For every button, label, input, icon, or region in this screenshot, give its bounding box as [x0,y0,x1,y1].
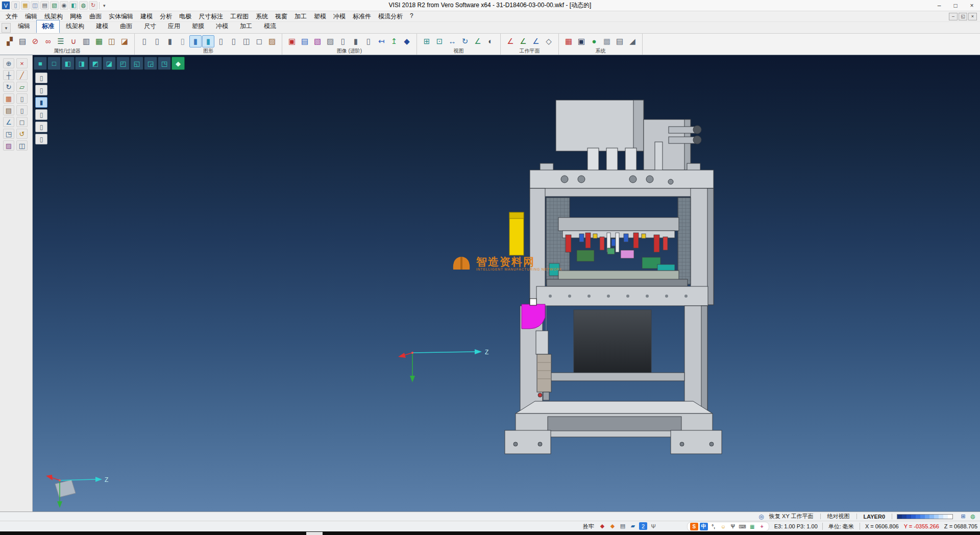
printer-icon[interactable]: ▤ [16,35,29,47]
palette-icon[interactable]: ▦ [3,93,14,104]
alert-icon[interactable]: ◆ [598,522,606,530]
clipboard-attr-1-icon[interactable]: ▯ [35,72,47,83]
color-table-icon[interactable]: ▦ [562,35,575,47]
list-icon[interactable]: ☰ [55,35,67,47]
wireframe-style-icon[interactable]: ▯ [138,35,151,47]
solid-cube-icon[interactable]: ◆ [401,35,413,47]
view-shaded-icon[interactable]: ■ [34,57,47,70]
point-grid-icon[interactable]: ▩ [601,35,613,47]
calculator-icon[interactable]: ▤ [614,35,626,47]
view-mode-status[interactable]: 绝对视图 [823,513,854,520]
hatch-icon[interactable]: ▨ [3,140,14,151]
tab-4[interactable]: 建模 [90,20,114,33]
shaded-style-icon[interactable]: ▮ [164,35,176,47]
render-palette-icon[interactable]: ▧ [311,35,324,47]
units-status[interactable]: 单位: 毫米 [825,523,857,530]
close-button[interactable]: × [964,0,980,11]
mask-icon[interactable]: ◫ [106,35,118,47]
pan-icon[interactable]: ↔ [446,35,458,47]
world-icon[interactable]: ◍ [79,1,88,10]
minimize-button[interactable]: – [931,0,947,11]
layer-status[interactable]: LAYER0 [860,514,889,520]
render-bar2-icon[interactable]: ▮ [350,35,362,47]
eraser-icon[interactable]: ◪ [118,35,131,47]
view-iso-icon[interactable]: ◩ [89,57,102,70]
line-color-icon[interactable]: ▮ [189,35,202,47]
arrow-left-icon[interactable]: ↤ [375,35,387,47]
mdi-close-button[interactable]: × [968,13,977,20]
view-dynamic-icon[interactable]: ◆ [172,57,185,70]
workplane-3d-icon[interactable]: ∠ [530,35,542,47]
snap-icon[interactable]: ┼ [3,70,14,80]
tab-6[interactable]: 尺寸 [138,20,162,33]
maximize-button[interactable]: □ [947,0,964,11]
blank-style-icon[interactable]: ◻ [253,35,265,47]
tab-11[interactable]: 模流 [258,20,282,33]
view-top-icon[interactable]: □ [47,57,61,70]
snapshot-icon[interactable]: ◉ [60,1,68,10]
tab-3[interactable]: 线架构 [60,20,90,33]
level-style-icon[interactable]: ▯ [228,35,240,47]
os-taskbar[interactable] [0,531,980,535]
tab-1[interactable]: 编辑 [12,20,36,33]
save-icon[interactable]: ◫ [31,1,39,10]
menu-item-15[interactable]: 塑模 [310,11,330,22]
monitor-icon[interactable]: ▣ [575,35,587,47]
workplane-status[interactable]: 恢复 XY 工作平面 [765,513,818,520]
zoom-fit-icon[interactable]: ⊞ [421,35,433,47]
skin-grid-icon[interactable]: ▦ [748,523,756,530]
workplane-view-icon[interactable]: ◇ [543,35,555,47]
line-type-icon[interactable]: ▯ [215,35,227,47]
badge-2-icon[interactable]: 2 [639,522,647,530]
machine-3d-model[interactable] [489,87,729,465]
quick-access-dropdown-icon[interactable]: ▾ [101,3,108,8]
ghost-style-icon[interactable]: ▯ [177,35,189,47]
hidden-line-style-icon[interactable]: ▯ [151,35,163,47]
render-film-icon[interactable]: ▤ [299,35,311,47]
globe-small-icon[interactable]: ◍ [969,513,977,520]
zoom-icon[interactable]: ⊕ [3,58,14,68]
layers-icon[interactable]: ▤ [3,105,14,115]
clipboard-attr-3-icon[interactable]: ▮ [35,97,47,108]
sphere-icon[interactable]: ● [588,35,600,47]
shade-toggle-icon[interactable]: ◐ [484,35,497,47]
box-select-icon[interactable]: ◳ [3,129,14,139]
menu-item-18[interactable]: 模流分析 [375,11,406,22]
view-back-icon[interactable]: ◰ [116,57,130,70]
flame-icon[interactable]: ◆ [608,522,617,530]
render-bar1-icon[interactable]: ▯ [337,35,349,47]
render-tv-icon[interactable]: ▣ [286,35,298,47]
print-icon[interactable]: ▤ [40,1,49,10]
grid-small-icon[interactable]: ⊞ [959,513,967,520]
table-icon[interactable]: ▦ [93,35,105,47]
line-weight-icon[interactable]: ▮ [202,35,214,47]
layer-colorbar[interactable] [897,514,953,519]
app-logo-icon[interactable]: V [2,1,10,10]
view-front-icon[interactable]: ◧ [61,57,75,70]
attr-brush-icon[interactable]: ▨ [266,35,278,47]
view-right-icon[interactable]: ◨ [75,57,88,70]
workplane-compass-icon[interactable]: ◎ [757,513,765,520]
view-left-icon[interactable]: ◱ [130,57,143,70]
open-file-icon[interactable]: ▦ [21,1,30,10]
delete-icon[interactable]: × [16,58,28,68]
slope-icon[interactable]: ◢ [626,35,639,47]
sheet-icon[interactable]: ▯ [16,93,28,104]
undo-icon[interactable]: ↺ [16,129,28,139]
tab-7[interactable]: 应用 [162,20,186,33]
mdi-restore-button[interactable]: ◱ [959,13,967,20]
arrow-up-icon[interactable]: ↥ [388,35,400,47]
rotate-view-icon[interactable]: ↻ [459,35,471,47]
tab-dropdown-icon[interactable]: ▾ [2,23,11,33]
render-bar3-icon[interactable]: ▯ [362,35,375,47]
cube-view-icon[interactable]: ◧ [69,1,78,10]
emoji-icon[interactable]: ☺ [719,523,727,530]
plot-icon[interactable]: ▧ [50,1,59,10]
mdi-minimize-button[interactable]: – [949,13,958,20]
render-shade-icon[interactable]: ▨ [324,35,336,47]
selection-handle[interactable] [530,299,536,305]
link-icon[interactable]: ∞ [42,35,54,47]
view-iso3-icon[interactable]: ◳ [158,57,171,70]
clipboard-attr-4-icon[interactable]: ▯ [35,109,47,120]
tab-8[interactable]: 塑膜 [186,20,210,33]
